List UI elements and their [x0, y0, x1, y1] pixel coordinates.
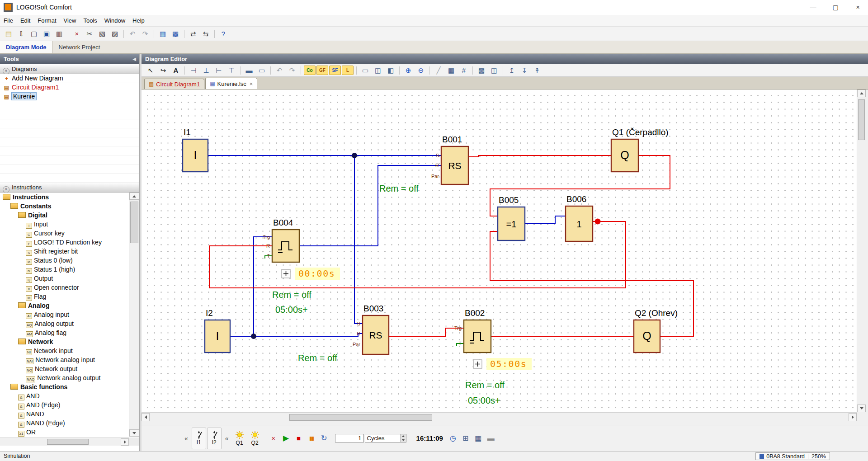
menu-window[interactable]: Window — [101, 15, 129, 26]
tree-item-output[interactable]: QOutput — [0, 274, 129, 283]
collapse-panel-button[interactable]: ◀ — [132, 54, 136, 64]
undo-button[interactable]: ↶ — [274, 65, 285, 76]
close-tab-icon[interactable]: × — [250, 80, 253, 87]
print-button[interactable]: ▥ — [53, 28, 65, 40]
stop-simulation-button[interactable]: ■ — [293, 433, 304, 444]
redo-button[interactable]: ↷ — [139, 28, 151, 40]
probe-tool-button[interactable]: × — [268, 433, 279, 444]
view-split-horizontal-button[interactable]: ◧ — [385, 65, 396, 76]
menu-format[interactable]: Format — [34, 15, 60, 26]
input-switch-I2[interactable]: I2 — [207, 428, 222, 449]
close-button[interactable]: × — [848, 0, 868, 15]
special-functions-catalog-button[interactable]: SF — [329, 66, 341, 75]
tree-item-nand[interactable]: &NAND — [0, 409, 129, 419]
expand-all-button[interactable]: ↥ — [506, 65, 518, 76]
scroll-down-button[interactable] — [129, 429, 139, 437]
tree-vertical-scrollbar[interactable] — [129, 193, 139, 437]
diagram-canvas[interactable]: I1IB001SRParRSQ1 (Čerpadllo)QB005=1B0061… — [142, 89, 857, 412]
menu-edit[interactable]: Edit — [17, 15, 34, 26]
tree-item-network[interactable]: Network — [0, 337, 129, 346]
scroll-up-button[interactable] — [857, 89, 866, 97]
tree-item-constants[interactable]: Constants — [0, 202, 129, 211]
scroll-down-button[interactable] — [857, 405, 866, 412]
tab-diagram-mode[interactable]: Diagram Mode — [0, 41, 53, 53]
cut-button[interactable]: ✂ — [84, 28, 95, 40]
tree-item-basic-functions[interactable]: Basic functions — [0, 382, 129, 391]
align-top-button[interactable]: ⊥ — [200, 65, 212, 76]
tree-item-network-analog-input[interactable]: NAINetwork analog input — [0, 355, 129, 364]
canvas-horizontal-scrollbar[interactable] — [142, 412, 857, 422]
go-to-top-button[interactable]: ↟ — [531, 65, 543, 76]
clock-icon-button[interactable]: ◷ — [448, 433, 458, 444]
open-button[interactable]: ⇩ — [15, 28, 27, 40]
zoom-out-button[interactable]: ⊖ — [415, 65, 427, 76]
tree-item-flag[interactable]: MFlag — [0, 292, 129, 301]
pause-simulation-button[interactable]: ▮▮ — [306, 433, 317, 444]
select-tool[interactable]: ↖ — [145, 65, 156, 76]
scroll-up-button[interactable] — [129, 193, 139, 200]
diagram-item-add-new-diagram[interactable]: +Add New Diagram — [0, 74, 139, 83]
minimize-button[interactable]: — — [803, 0, 823, 15]
block-B004[interactable]: B004TrgRT — [263, 218, 299, 262]
line-tool[interactable]: ╱ — [433, 65, 444, 76]
scrollbar-thumb[interactable] — [289, 414, 432, 421]
timing-diagram-button[interactable]: ⊞ — [460, 433, 471, 444]
pc-to-logo-button[interactable]: ⇄ — [187, 28, 199, 40]
block-B003[interactable]: B003SRParRS — [353, 304, 389, 354]
redo-button[interactable]: ↷ — [286, 65, 298, 76]
monitor-view-button[interactable]: ◫ — [488, 65, 500, 76]
grid-tool[interactable]: ▦ — [445, 65, 457, 76]
tree-item-digital[interactable]: Digital — [0, 211, 129, 220]
delete-button[interactable]: × — [71, 28, 83, 40]
tree-item-cursor-key[interactable]: CCursor key — [0, 229, 129, 238]
tree-item-shift-register-bit[interactable]: SShift register bit — [0, 247, 129, 256]
collapse-group-icon[interactable]: « — [184, 435, 188, 442]
start-simulation-button[interactable]: ▶ — [281, 433, 292, 444]
tree-item-instructions[interactable]: Instructions — [0, 193, 129, 202]
tree-horizontal-scrollbar[interactable] — [0, 437, 129, 446]
scrollbar-thumb[interactable] — [130, 202, 138, 243]
new-file-button[interactable]: ▢ — [28, 28, 40, 40]
block-Q1[interactable]: Q1 (Čerpadllo)Q — [611, 127, 669, 172]
scrollbar-thumb[interactable] — [858, 99, 865, 140]
connector-tool[interactable]: ↪ — [157, 65, 169, 76]
distribute-vertical-button[interactable]: ⊤ — [226, 65, 237, 76]
view-single-window-button[interactable]: ▭ — [359, 65, 371, 76]
convert-lad-button[interactable]: ▦ — [157, 28, 169, 40]
block-I1[interactable]: I1I — [183, 127, 208, 172]
tree-item-analog-output[interactable]: AQAnalog output — [0, 319, 129, 328]
logic-analyzer-button[interactable]: L — [342, 66, 354, 75]
convert-fbd-button[interactable]: ▩ — [170, 28, 181, 40]
tree-item-or[interactable]: ≥1OR — [0, 428, 129, 437]
maximize-button[interactable]: ▢ — [826, 0, 846, 15]
value-table-button[interactable]: ▦ — [473, 433, 484, 444]
tree-item-network-output[interactable]: NQNetwork output — [0, 364, 129, 373]
tree-item-open-connector[interactable]: XOpen connector — [0, 283, 129, 292]
editor-tab-circuit-diagram1[interactable]: ▤Circuit Diagram1 — [144, 79, 204, 89]
tree-item-network-input[interactable]: NINetwork input — [0, 346, 129, 355]
canvas-vertical-scrollbar[interactable] — [857, 89, 866, 412]
view-split-vertical-button[interactable]: ◫ — [372, 65, 384, 76]
constants-catalog-button[interactable]: Co — [304, 66, 316, 75]
tree-item-analog-input[interactable]: AIAnalog input — [0, 310, 129, 319]
diagram-item-kurenie[interactable]: ▤Kurenie — [0, 92, 139, 101]
tree-item-status-1-high[interactable]: hiStatus 1 (high) — [0, 265, 129, 274]
cycles-mode-select[interactable]: Cycles — [365, 434, 406, 442]
flat-display-button[interactable]: ▬ — [486, 433, 496, 444]
logo-to-pc-button[interactable]: ⇆ — [200, 28, 212, 40]
block-B001[interactable]: B001SRParRS — [431, 135, 468, 184]
tree-item-and[interactable]: &AND — [0, 391, 129, 400]
save-button[interactable]: ▣ — [41, 28, 52, 40]
copy-button[interactable]: ▧ — [96, 28, 108, 40]
tree-item-nand-edge[interactable]: &NAND (Edge) — [0, 419, 129, 428]
block-B006[interactable]: B0061 — [566, 194, 593, 241]
cycles-count-field[interactable]: 1 — [335, 434, 364, 442]
combo-scrollbar[interactable] — [400, 434, 406, 442]
collapse-all-button[interactable]: ↧ — [519, 65, 530, 76]
bring-to-front-button[interactable]: ▬ — [243, 65, 255, 76]
diagram-item-circuit-diagram1[interactable]: ▤Circuit Diagram1 — [0, 83, 139, 92]
basic-functions-catalog-button[interactable]: GF — [316, 66, 328, 75]
diagrams-section-header[interactable]: ∨Diagrams — [0, 64, 139, 74]
collapse-group-icon[interactable]: « — [225, 435, 229, 442]
scrollbar-thumb[interactable] — [47, 439, 89, 445]
